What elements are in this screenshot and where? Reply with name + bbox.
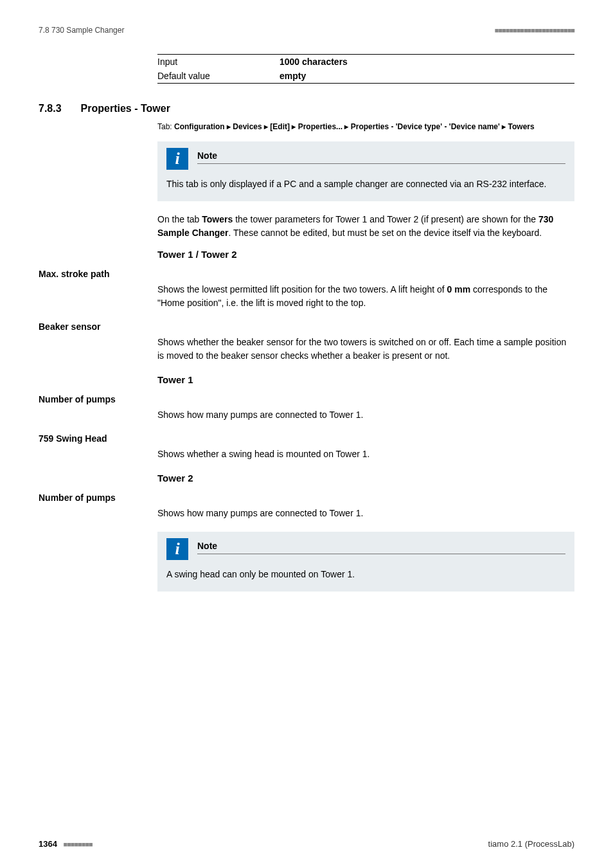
field-number-pumps-1: Number of pumps Shows how many pumps are… — [39, 394, 574, 422]
section-title: Properties - Tower — [81, 103, 170, 114]
field-body: Shows the lowest permitted lift position… — [157, 283, 574, 310]
note-body: This tab is only displayed if a PC and a… — [166, 177, 565, 191]
tab-prefix: Tab: — [157, 122, 174, 131]
field-label: Number of pumps — [39, 394, 574, 404]
page-number: 1364 — [39, 839, 57, 849]
field-number-pumps-2: Number of pumps Shows how many pumps are… — [39, 493, 574, 520]
field-body: Shows whether the beaker sensor for the … — [157, 336, 574, 363]
footer-dashes: ■■■■■■■■ — [64, 840, 93, 848]
field-label: Beaker sensor — [39, 321, 574, 332]
page-footer: 1364 ■■■■■■■■ tiamo 2.1 (ProcessLab) — [39, 839, 574, 849]
page-header: 7.8 730 Sample Changer ■■■■■■■■■■■■■■■■■… — [39, 26, 574, 35]
note-label: Note — [197, 541, 565, 554]
field-max-stroke: Max. stroke path Shows the lowest permit… — [39, 269, 574, 310]
footer-left: 1364 ■■■■■■■■ — [39, 839, 93, 849]
section-number: 7.8.3 — [39, 103, 62, 114]
note-box: i Note A swing head can only be mounted … — [157, 532, 574, 592]
tab-path: Configuration ▸ Devices ▸ [Edit] ▸ Prope… — [174, 122, 535, 131]
table-row: Default value empty — [157, 69, 574, 84]
subheading-tower2: Tower 2 — [157, 473, 574, 484]
field-swing-head: 759 Swing Head Shows whether a swing hea… — [39, 433, 574, 461]
header-dashes: ■■■■■■■■■■■■■■■■■■■■■■ — [495, 26, 574, 34]
section-heading: 7.8.3 Properties - Tower — [39, 103, 574, 114]
info-icon: i — [166, 148, 188, 170]
note-header: i Note — [166, 538, 565, 560]
subheading-tower12: Tower 1 / Tower 2 — [157, 249, 574, 260]
field-body: Shows how many pumps are connected to To… — [157, 408, 574, 422]
field-body: Shows whether a swing head is mounted on… — [157, 448, 574, 461]
tab-breadcrumb: Tab: Configuration ▸ Devices ▸ [Edit] ▸ … — [157, 121, 574, 132]
header-section: 7.8 730 Sample Changer — [39, 26, 124, 35]
info-icon: i — [166, 538, 188, 560]
subheading-tower1: Tower 1 — [157, 374, 574, 385]
table-cell-value: empty — [280, 69, 574, 84]
field-body: Shows how many pumps are connected to To… — [157, 507, 574, 520]
note-label: Note — [197, 150, 565, 164]
definition-table: Input 1000 characters Default value empt… — [157, 54, 574, 84]
table-cell-value: 1000 characters — [280, 55, 574, 69]
field-label: 759 Swing Head — [39, 433, 574, 444]
note-box: i Note This tab is only displayed if a P… — [157, 141, 574, 201]
paragraph: On the tab Towers the tower parameters f… — [157, 213, 574, 240]
field-label: Number of pumps — [39, 493, 574, 503]
footer-product: tiamo 2.1 (ProcessLab) — [488, 839, 574, 849]
table-row: Input 1000 characters — [157, 55, 574, 69]
field-beaker-sensor: Beaker sensor Shows whether the beaker s… — [39, 321, 574, 363]
field-label: Max. stroke path — [39, 269, 574, 279]
table-cell-label: Default value — [157, 69, 280, 84]
note-header: i Note — [166, 148, 565, 170]
note-body: A swing head can only be mounted on Towe… — [166, 568, 565, 581]
table-cell-label: Input — [157, 55, 280, 69]
